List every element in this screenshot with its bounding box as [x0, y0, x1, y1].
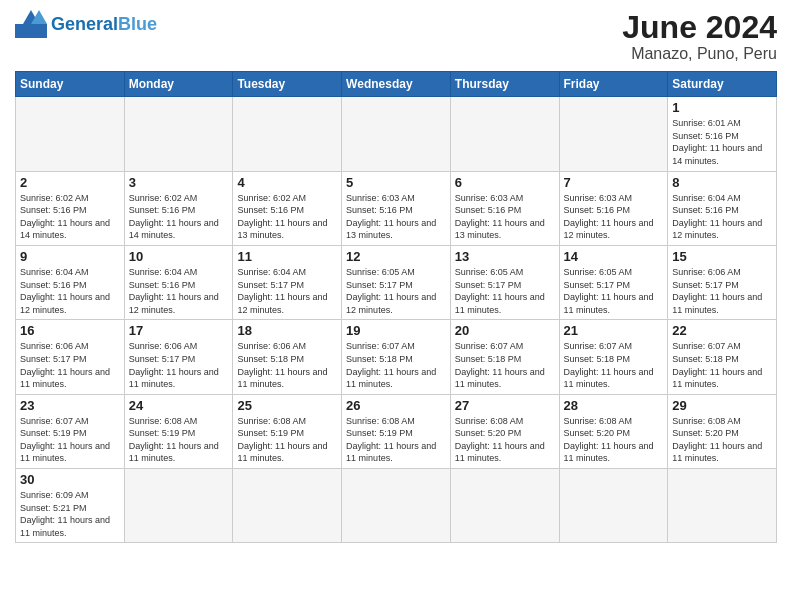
day-info: Sunrise: 6:08 AMSunset: 5:19 PMDaylight:…: [346, 415, 446, 465]
logo: GeneralBlue: [15, 10, 157, 38]
calendar-cell: 15Sunrise: 6:06 AMSunset: 5:17 PMDayligh…: [668, 245, 777, 319]
calendar-cell: 19Sunrise: 6:07 AMSunset: 5:18 PMDayligh…: [342, 320, 451, 394]
calendar-cell: 16Sunrise: 6:06 AMSunset: 5:17 PMDayligh…: [16, 320, 125, 394]
day-number: 10: [129, 249, 229, 264]
day-number: 13: [455, 249, 555, 264]
day-number: 4: [237, 175, 337, 190]
day-number: 18: [237, 323, 337, 338]
day-info: Sunrise: 6:04 AMSunset: 5:16 PMDaylight:…: [672, 192, 772, 242]
day-number: 8: [672, 175, 772, 190]
calendar-cell: 29Sunrise: 6:08 AMSunset: 5:20 PMDayligh…: [668, 394, 777, 468]
day-number: 26: [346, 398, 446, 413]
page-subtitle: Manazo, Puno, Peru: [622, 45, 777, 63]
day-number: 30: [20, 472, 120, 487]
day-number: 12: [346, 249, 446, 264]
calendar-cell: 2Sunrise: 6:02 AMSunset: 5:16 PMDaylight…: [16, 171, 125, 245]
day-info: Sunrise: 6:07 AMSunset: 5:18 PMDaylight:…: [455, 340, 555, 390]
calendar-cell: 13Sunrise: 6:05 AMSunset: 5:17 PMDayligh…: [450, 245, 559, 319]
calendar-cell: 5Sunrise: 6:03 AMSunset: 5:16 PMDaylight…: [342, 171, 451, 245]
day-number: 1: [672, 100, 772, 115]
calendar-cell: 24Sunrise: 6:08 AMSunset: 5:19 PMDayligh…: [124, 394, 233, 468]
day-number: 3: [129, 175, 229, 190]
day-number: 11: [237, 249, 337, 264]
day-info: Sunrise: 6:04 AMSunset: 5:16 PMDaylight:…: [129, 266, 229, 316]
calendar-cell: [233, 469, 342, 543]
day-number: 5: [346, 175, 446, 190]
calendar-cell: [124, 469, 233, 543]
calendar-cell: [342, 97, 451, 171]
day-info: Sunrise: 6:04 AMSunset: 5:16 PMDaylight:…: [20, 266, 120, 316]
day-info: Sunrise: 6:07 AMSunset: 5:18 PMDaylight:…: [564, 340, 664, 390]
day-number: 16: [20, 323, 120, 338]
day-info: Sunrise: 6:02 AMSunset: 5:16 PMDaylight:…: [237, 192, 337, 242]
calendar-row: 9Sunrise: 6:04 AMSunset: 5:16 PMDaylight…: [16, 245, 777, 319]
day-info: Sunrise: 6:05 AMSunset: 5:17 PMDaylight:…: [455, 266, 555, 316]
calendar-cell: 7Sunrise: 6:03 AMSunset: 5:16 PMDaylight…: [559, 171, 668, 245]
header-sunday: Sunday: [16, 72, 125, 97]
calendar-cell: 1Sunrise: 6:01 AMSunset: 5:16 PMDaylight…: [668, 97, 777, 171]
day-info: Sunrise: 6:06 AMSunset: 5:17 PMDaylight:…: [20, 340, 120, 390]
calendar-cell: [450, 97, 559, 171]
day-number: 7: [564, 175, 664, 190]
day-info: Sunrise: 6:08 AMSunset: 5:19 PMDaylight:…: [129, 415, 229, 465]
day-info: Sunrise: 6:03 AMSunset: 5:16 PMDaylight:…: [346, 192, 446, 242]
day-info: Sunrise: 6:08 AMSunset: 5:20 PMDaylight:…: [672, 415, 772, 465]
day-info: Sunrise: 6:08 AMSunset: 5:20 PMDaylight:…: [564, 415, 664, 465]
day-info: Sunrise: 6:07 AMSunset: 5:18 PMDaylight:…: [346, 340, 446, 390]
day-number: 9: [20, 249, 120, 264]
day-info: Sunrise: 6:07 AMSunset: 5:19 PMDaylight:…: [20, 415, 120, 465]
svg-rect-0: [15, 24, 47, 38]
header-tuesday: Tuesday: [233, 72, 342, 97]
header-saturday: Saturday: [668, 72, 777, 97]
calendar-cell: [233, 97, 342, 171]
header-thursday: Thursday: [450, 72, 559, 97]
day-number: 29: [672, 398, 772, 413]
calendar-cell: [559, 469, 668, 543]
day-number: 25: [237, 398, 337, 413]
calendar-cell: 25Sunrise: 6:08 AMSunset: 5:19 PMDayligh…: [233, 394, 342, 468]
calendar-row: 30Sunrise: 6:09 AMSunset: 5:21 PMDayligh…: [16, 469, 777, 543]
header-wednesday: Wednesday: [342, 72, 451, 97]
calendar-cell: [559, 97, 668, 171]
day-info: Sunrise: 6:03 AMSunset: 5:16 PMDaylight:…: [564, 192, 664, 242]
page-header: GeneralBlue June 2024 Manazo, Puno, Peru: [15, 10, 777, 63]
day-info: Sunrise: 6:02 AMSunset: 5:16 PMDaylight:…: [20, 192, 120, 242]
calendar-cell: 8Sunrise: 6:04 AMSunset: 5:16 PMDaylight…: [668, 171, 777, 245]
calendar-cell: 22Sunrise: 6:07 AMSunset: 5:18 PMDayligh…: [668, 320, 777, 394]
title-block: June 2024 Manazo, Puno, Peru: [622, 10, 777, 63]
day-number: 24: [129, 398, 229, 413]
day-number: 19: [346, 323, 446, 338]
calendar-cell: 21Sunrise: 6:07 AMSunset: 5:18 PMDayligh…: [559, 320, 668, 394]
calendar-row: 1Sunrise: 6:01 AMSunset: 5:16 PMDaylight…: [16, 97, 777, 171]
calendar-cell: 3Sunrise: 6:02 AMSunset: 5:16 PMDaylight…: [124, 171, 233, 245]
day-number: 15: [672, 249, 772, 264]
calendar-cell: 11Sunrise: 6:04 AMSunset: 5:17 PMDayligh…: [233, 245, 342, 319]
calendar-cell: 20Sunrise: 6:07 AMSunset: 5:18 PMDayligh…: [450, 320, 559, 394]
day-number: 27: [455, 398, 555, 413]
day-info: Sunrise: 6:07 AMSunset: 5:18 PMDaylight:…: [672, 340, 772, 390]
header-friday: Friday: [559, 72, 668, 97]
day-number: 28: [564, 398, 664, 413]
calendar-cell: [124, 97, 233, 171]
calendar-cell: [16, 97, 125, 171]
calendar-cell: 9Sunrise: 6:04 AMSunset: 5:16 PMDaylight…: [16, 245, 125, 319]
calendar-cell: 12Sunrise: 6:05 AMSunset: 5:17 PMDayligh…: [342, 245, 451, 319]
calendar-cell: 18Sunrise: 6:06 AMSunset: 5:18 PMDayligh…: [233, 320, 342, 394]
day-info: Sunrise: 6:08 AMSunset: 5:20 PMDaylight:…: [455, 415, 555, 465]
calendar-cell: 23Sunrise: 6:07 AMSunset: 5:19 PMDayligh…: [16, 394, 125, 468]
calendar-cell: 14Sunrise: 6:05 AMSunset: 5:17 PMDayligh…: [559, 245, 668, 319]
day-info: Sunrise: 6:02 AMSunset: 5:16 PMDaylight:…: [129, 192, 229, 242]
header-monday: Monday: [124, 72, 233, 97]
calendar-cell: 6Sunrise: 6:03 AMSunset: 5:16 PMDaylight…: [450, 171, 559, 245]
calendar-cell: 17Sunrise: 6:06 AMSunset: 5:17 PMDayligh…: [124, 320, 233, 394]
day-info: Sunrise: 6:04 AMSunset: 5:17 PMDaylight:…: [237, 266, 337, 316]
calendar-cell: [668, 469, 777, 543]
day-number: 21: [564, 323, 664, 338]
calendar-cell: 27Sunrise: 6:08 AMSunset: 5:20 PMDayligh…: [450, 394, 559, 468]
day-info: Sunrise: 6:08 AMSunset: 5:19 PMDaylight:…: [237, 415, 337, 465]
day-number: 2: [20, 175, 120, 190]
day-info: Sunrise: 6:03 AMSunset: 5:16 PMDaylight:…: [455, 192, 555, 242]
day-number: 6: [455, 175, 555, 190]
calendar-table: Sunday Monday Tuesday Wednesday Thursday…: [15, 71, 777, 543]
day-info: Sunrise: 6:06 AMSunset: 5:18 PMDaylight:…: [237, 340, 337, 390]
